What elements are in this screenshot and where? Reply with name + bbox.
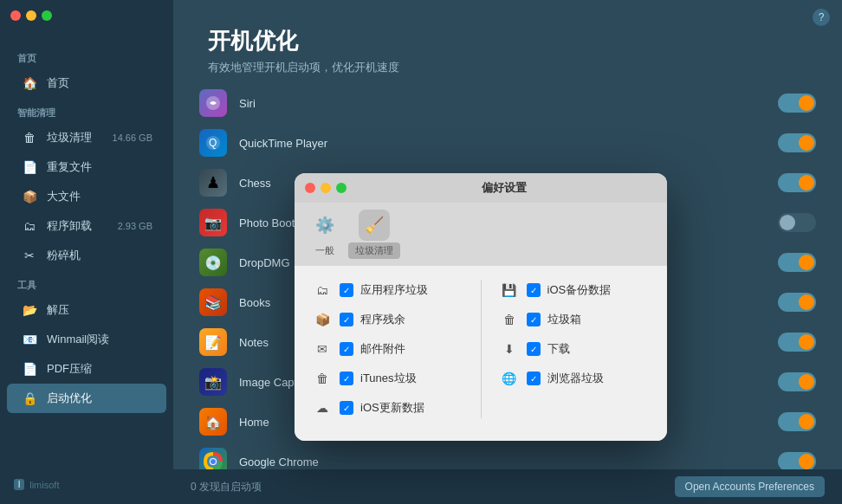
app-leftover-icon: 📦 [312,309,333,330]
sidebar-item-trash[interactable]: 🗑 垃圾清理 14.66 GB [7,123,166,152]
maximize-button[interactable] [42,10,52,21]
app-name-quicktime: QuickTime Player [239,137,778,150]
window-traffic-lights [10,10,52,21]
page-subtitle: 有效地管理开机启动项，优化开机速度 [208,60,807,75]
sidebar-item-duplicate[interactable]: 📄 重复文件 [7,152,166,182]
modal-left-col: 🗂 ✓ 应用程序垃圾 📦 ✓ 程序残余 ✉ ✓ 邮件附件 [312,280,463,418]
toggle-chrome[interactable] [778,452,816,469]
modal-title: 偏好设置 [352,180,657,196]
check-downloads: ⬇ ✓ 下载 [499,339,651,359]
sidebar-item-appdownload[interactable]: 🗂 程序卸载 2.93 GB [7,211,166,241]
app-trash-icon: 🗂 [312,280,333,300]
books-icon: 📚 [199,288,227,316]
modal-close-button[interactable] [305,183,315,193]
ios-backup-icon: 💾 [499,280,520,300]
sidebar: 首页 🏠 首页 智能清理 🗑 垃圾清理 14.66 GB 📄 重复文件 📦 大文… [0,0,173,504]
sidebar-trash-label: 垃圾清理 [47,130,92,145]
sidebar-home-label: 首页 [47,75,69,91]
modal-checkboxes-row: 🗂 ✓ 应用程序垃圾 📦 ✓ 程序残余 ✉ ✓ 邮件附件 [312,280,650,418]
list-item: Siri [191,84,825,122]
check-label-downloads: 下载 [547,341,570,357]
downloads-icon: ⬇ [499,339,520,359]
app-name-chrome: Google Chrome [239,456,778,468]
notes-icon: 📝 [199,328,227,356]
checkbox-app-trash[interactable]: ✓ [340,283,353,297]
help-button[interactable]: ? [813,9,830,26]
minimize-button[interactable] [26,10,36,21]
check-label-ios-backup: iOS备份数据 [547,282,612,298]
preferences-modal[interactable]: 偏好设置 ⚙️ 一般 🧹 垃圾清理 🗂 ✓ 应用程序垃圾 [295,173,667,441]
browser-icon: 🌐 [499,368,520,389]
toggle-books[interactable] [778,293,816,312]
check-email-attach: ✉ ✓ 邮件附件 [312,339,463,359]
check-browser: 🌐 ✓ 浏览器垃圾 [499,368,651,389]
email-attach-icon: ✉ [312,339,333,359]
svg-point-6 [210,459,216,464]
check-label-app-leftover: 程序残余 [360,312,405,327]
sidebar-appdownload-label: 程序卸载 [47,218,92,234]
sidebar-item-winmail[interactable]: 📧 Winmail阅读 [7,325,166,354]
duplicate-icon: 📄 [21,158,38,176]
check-label-app-trash: 应用程序垃圾 [360,282,428,298]
sidebar-item-extract[interactable]: 📂 解压 [7,295,166,325]
sidebar-item-shredder[interactable]: ✂ 粉碎机 [7,241,166,270]
open-accounts-button[interactable]: Open Accounts Preferences [675,476,825,497]
app-name-siri: Siri [239,97,778,110]
checkbox-recycle[interactable]: ✓ [527,313,541,326]
list-item: Google Chrome [191,443,825,469]
tab-general-icon[interactable]: ⚙️ [309,210,340,241]
sidebar-item-pdfzip[interactable]: 📄 PDF压缩 [7,354,166,384]
home-app-icon: 🏠 [199,408,227,436]
modal-titlebar: 偏好设置 [295,173,667,203]
checkbox-itunes[interactable]: ✓ [340,372,353,385]
toggle-notes[interactable] [778,333,816,352]
startup-icon: 🔒 [21,390,38,407]
check-label-itunes: iTunes垃圾 [360,371,417,386]
shredder-icon: ✂ [21,247,38,264]
photobooth-icon: 📷 [199,209,227,236]
sidebar-item-startup[interactable]: 🔒 启动优化 [7,384,166,413]
tab-trash[interactable]: 垃圾清理 [348,242,400,259]
pdf-icon: 📄 [21,360,38,378]
sidebar-large-label: 大文件 [47,189,81,204]
toggle-photobooth[interactable] [778,213,816,232]
check-ios-update: ☁ ✓ iOS更新数据 [312,397,463,418]
sidebar-item-home[interactable]: 🏠 首页 [7,68,166,98]
chrome-icon [199,448,227,469]
tab-general[interactable]: 一般 [308,242,341,259]
main-header: 开机优化 有效地管理开机启动项，优化开机速度 [173,0,842,84]
modal-body: 🗂 ✓ 应用程序垃圾 📦 ✓ 程序残余 ✉ ✓ 邮件附件 [295,266,667,441]
appdownload-badge: 2.93 GB [118,221,152,231]
tab-trash-icon[interactable]: 🧹 [359,210,390,241]
toggle-quicktime[interactable] [778,133,816,152]
sidebar-startup-label: 启动优化 [47,391,92,406]
imagecapture-icon: 📸 [199,368,227,396]
list-item: Q QuickTime Player [191,124,825,162]
checkbox-browser[interactable]: ✓ [527,372,541,385]
sidebar-section-smart: 智能清理 [0,98,173,123]
toggle-imagecapture[interactable] [778,372,816,391]
checkbox-downloads[interactable]: ✓ [527,342,541,356]
close-button[interactable] [10,10,21,21]
home-icon: 🏠 [21,74,38,92]
sidebar-winmail-label: Winmail阅读 [47,332,109,347]
chess-app-icon: ♟ [199,169,227,197]
app-logo-badge: l [14,479,24,490]
checkbox-email-attach[interactable]: ✓ [340,342,353,356]
sidebar-section-tools: 工具 [0,270,173,295]
sidebar-item-largefile[interactable]: 📦 大文件 [7,182,166,211]
ios-update-icon: ☁ [312,397,333,418]
toggle-siri[interactable] [778,94,816,113]
appdownload-icon: 🗂 [21,217,38,235]
toggle-dropdmg[interactable] [778,253,816,272]
check-label-ios-update: iOS更新数据 [360,400,424,416]
check-itunes: 🗑 ✓ iTunes垃圾 [312,368,463,389]
toggle-chess[interactable] [778,173,816,192]
checkbox-ios-backup[interactable]: ✓ [527,283,541,297]
check-app-trash: 🗂 ✓ 应用程序垃圾 [312,280,463,300]
modal-maximize-button[interactable] [336,183,347,193]
checkbox-app-leftover[interactable]: ✓ [340,313,353,326]
toggle-home[interactable] [778,412,816,431]
checkbox-ios-update[interactable]: ✓ [340,401,353,415]
modal-minimize-button[interactable] [321,183,331,193]
